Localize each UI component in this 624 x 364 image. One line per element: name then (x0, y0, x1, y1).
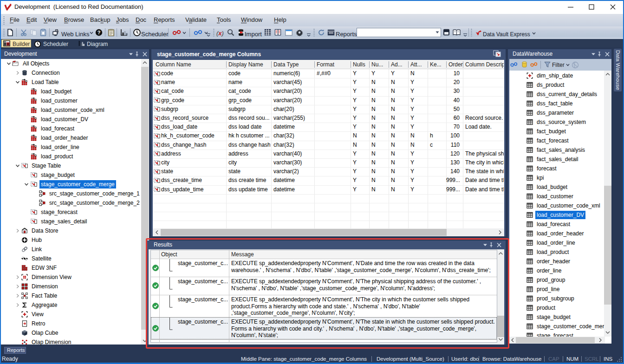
svg-text:?: ? (98, 30, 101, 35)
